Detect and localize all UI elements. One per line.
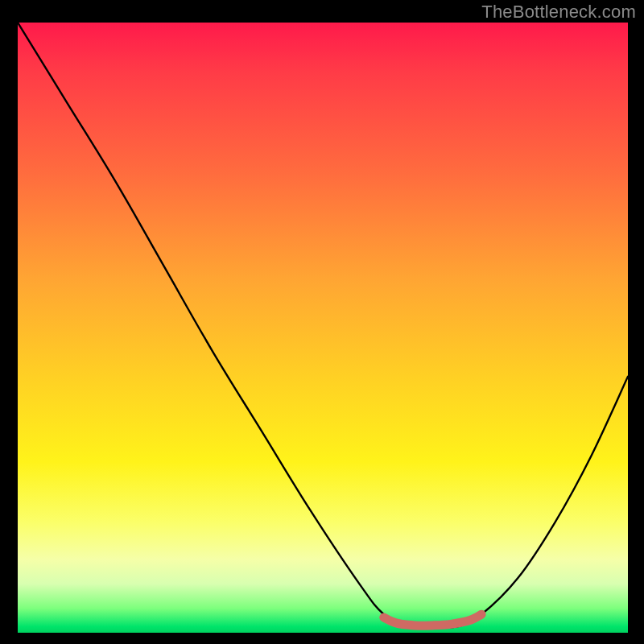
watermark-text: TheBottleneck.com <box>481 2 636 23</box>
bottleneck-chart-svg <box>18 23 628 633</box>
plot-area <box>18 23 628 633</box>
chart-frame: TheBottleneck.com <box>0 0 644 644</box>
bottleneck-curve-path <box>18 23 628 628</box>
optimal-range-path <box>384 614 481 625</box>
